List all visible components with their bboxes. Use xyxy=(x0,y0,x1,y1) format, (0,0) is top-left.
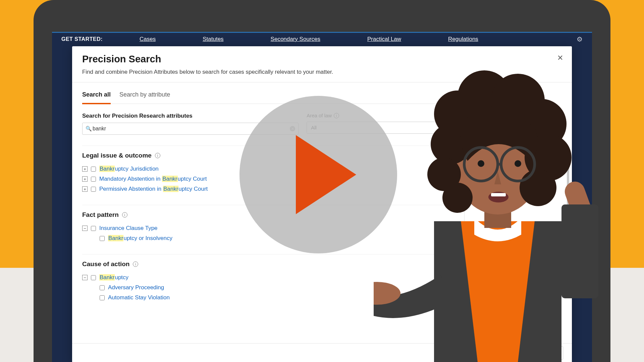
gear-icon[interactable]: ⚙ xyxy=(577,35,583,43)
nav-secondary-sources[interactable]: Secondary Sources xyxy=(271,36,320,43)
modal-header: Precision Search Find and combine Precis… xyxy=(72,46,572,82)
legal-item-label[interactable]: Bankruptcy Jurisdiction xyxy=(99,166,159,172)
section-cause-of-action: Cause of action i − Bankruptcy xyxy=(82,254,454,303)
nav-cases[interactable]: Cases xyxy=(140,36,156,43)
modal-subtitle: Find and combine Precision Attributes be… xyxy=(82,69,562,75)
checkbox[interactable] xyxy=(100,295,105,300)
fact-child-label[interactable]: Bankruptcy or Insolvency xyxy=(108,235,172,242)
expand-icon[interactable]: + xyxy=(82,176,88,182)
checkbox[interactable] xyxy=(91,177,96,182)
nav-regulations[interactable]: Regulations xyxy=(448,36,478,43)
search-icon: 🔍 xyxy=(86,126,92,132)
close-icon[interactable]: ✕ xyxy=(557,54,563,62)
topnav: Cases Statutes Secondary Sources Practic… xyxy=(140,36,577,43)
info-icon[interactable]: i xyxy=(122,212,127,218)
modal-title: Precision Search xyxy=(82,54,562,65)
section-title-cause-text: Cause of action xyxy=(82,260,129,268)
tabs: Search all Search by attribute xyxy=(82,87,454,104)
collapse-icon[interactable]: − xyxy=(82,275,88,280)
expand-icon[interactable]: + xyxy=(82,186,88,192)
tab-search-all[interactable]: Search all xyxy=(82,87,111,104)
topbar: GET STARTED: Cases Statutes Secondary So… xyxy=(52,33,592,46)
checkbox[interactable] xyxy=(100,285,105,290)
checkbox[interactable] xyxy=(91,187,96,192)
info-icon[interactable]: i xyxy=(155,153,160,158)
cause-parent-label[interactable]: Bankruptcy xyxy=(99,274,128,281)
legal-item-label[interactable]: Mandatory Abstention in Bankruptcy Court xyxy=(99,176,207,182)
scrollbar[interactable] xyxy=(567,152,569,243)
section-title-legal-text: Legal issue & outcome xyxy=(82,152,152,159)
nav-statutes[interactable]: Statutes xyxy=(203,36,223,43)
get-started-label: GET STARTED: xyxy=(61,36,103,42)
checkbox[interactable] xyxy=(100,236,105,241)
cause-child-label[interactable]: Automatic Stay Violation xyxy=(108,294,170,301)
checkbox[interactable] xyxy=(91,275,96,280)
cause-child-row: Adversary Proceeding xyxy=(100,283,454,293)
section-title-fact-text: Fact pattern xyxy=(82,211,119,219)
cause-child-label[interactable]: Adversary Proceeding xyxy=(108,284,164,291)
section-title-cause: Cause of action i xyxy=(82,260,454,268)
legal-item-label[interactable]: Permissive Abstention in Bankruptcy Cour… xyxy=(99,186,208,192)
checkbox[interactable] xyxy=(91,167,96,172)
play-icon xyxy=(296,135,356,214)
view-cases-button[interactable]: View 0 cases xyxy=(514,346,563,360)
tab-search-by-attribute[interactable]: Search by attribute xyxy=(119,87,170,104)
nav-practical-law[interactable]: Practical Law xyxy=(367,36,401,43)
modal-footer: View 0 cases xyxy=(72,343,572,362)
play-button[interactable] xyxy=(239,96,397,253)
fact-parent-label[interactable]: Insurance Clause Type xyxy=(99,225,158,232)
collapse-icon[interactable]: − xyxy=(82,226,88,231)
right-pane: S xyxy=(465,82,572,362)
checkbox[interactable] xyxy=(91,226,96,231)
cause-child-row: Automatic Stay Violation xyxy=(100,293,454,303)
right-pane-title: S xyxy=(472,91,565,99)
expand-icon[interactable]: + xyxy=(82,166,88,172)
info-icon[interactable]: i xyxy=(133,261,138,267)
cause-parent-row: − Bankruptcy xyxy=(82,273,454,283)
